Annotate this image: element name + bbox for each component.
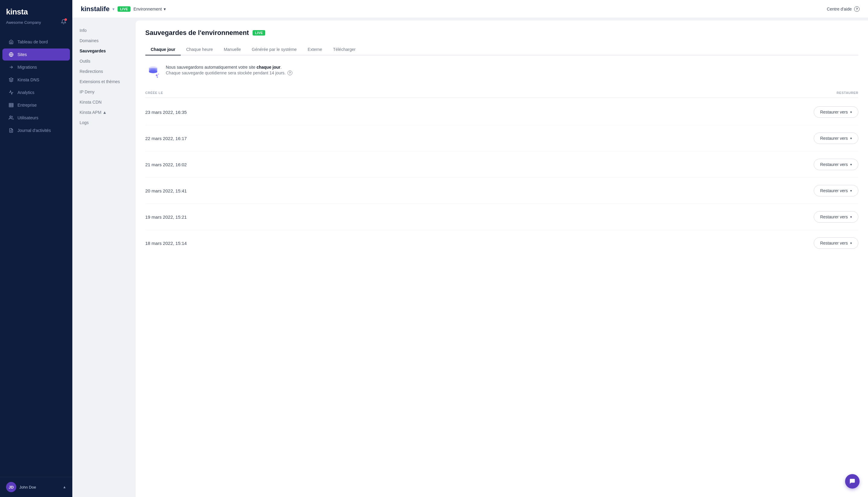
restore-chevron-icon: ▾	[850, 215, 852, 219]
sidebar-item-label: Tableau de bord	[17, 40, 47, 44]
tab-manuelle[interactable]: Manuelle	[218, 44, 246, 55]
restore-chevron-icon: ▾	[850, 137, 852, 140]
svg-point-14	[156, 74, 158, 76]
sidebar-item-utilisateurs[interactable]: Utilisateurs	[2, 112, 70, 124]
info-text-wrapper: Nous sauvegardons automatiquement votre …	[166, 64, 292, 75]
sidebar-item-tableau-de-bord[interactable]: Tableau de bord	[2, 36, 70, 48]
user-profile[interactable]: JD John Doe	[6, 482, 36, 492]
backup-date: 23 mars 2022, 16:35	[145, 110, 187, 115]
page-content: Sauvegardes de l'environnement LIVE Chaq…	[136, 20, 868, 497]
tab-generee[interactable]: Générée par le système	[246, 44, 302, 55]
tab-chaque-jour[interactable]: Chaque jour	[145, 44, 181, 55]
notifications-bell[interactable]	[61, 19, 66, 26]
restore-button-3[interactable]: Restaurer vers ▾	[814, 185, 858, 196]
topbar-left: kinstalife ▾ LIVE Environnement ▾	[81, 5, 166, 13]
sidebar-header: kinsta Awesome Company	[0, 0, 72, 30]
sidebar-item-label: Migrations	[17, 65, 37, 70]
building-icon	[9, 102, 14, 108]
page-live-badge: LIVE	[253, 30, 265, 36]
sub-nav-domaines[interactable]: Domaines	[72, 36, 136, 46]
sidebar-nav: Tableau de bord Sites Migrations	[0, 30, 72, 477]
environment-label: Environnement	[134, 6, 162, 12]
help-label: Centre d'aide	[827, 6, 852, 12]
table-header: CRÉÉE LE RESTAURER	[145, 88, 858, 98]
sidebar-footer: JD John Doe ▲	[0, 477, 72, 497]
users-icon	[9, 115, 14, 120]
page-header: Sauvegardes de l'environnement LIVE	[145, 29, 858, 37]
env-chevron-icon: ▾	[164, 6, 166, 12]
restore-chevron-icon: ▾	[850, 163, 852, 167]
restore-chevron-icon: ▾	[850, 241, 852, 245]
restore-chevron-icon: ▾	[850, 110, 852, 114]
tab-externe[interactable]: Externe	[302, 44, 327, 55]
table-row: 21 mars 2022, 16:02 Restaurer vers ▾	[145, 152, 858, 178]
svg-point-13	[149, 70, 157, 73]
content-area: Info Domaines Sauvegardes Outils Redirec…	[72, 18, 868, 497]
sidebar: kinsta Awesome Company Tableau de bord	[0, 0, 72, 497]
restore-button-2[interactable]: Restaurer vers ▾	[814, 159, 858, 170]
help-circle-icon: ?	[854, 6, 859, 12]
home-icon	[9, 39, 14, 45]
sidebar-item-label: Entreprise	[17, 103, 37, 108]
backup-database-icon	[145, 64, 161, 80]
th-date: CRÉÉE LE	[145, 91, 163, 95]
sidebar-item-sites[interactable]: Sites	[2, 48, 70, 60]
site-name: kinstalife	[81, 5, 109, 13]
backup-date: 20 mars 2022, 15:41	[145, 188, 187, 194]
table-row: 22 mars 2022, 16:17 Restaurer vers ▾	[145, 125, 858, 152]
sub-nav-info[interactable]: Info	[72, 25, 136, 36]
sidebar-item-kinsta-dns[interactable]: Kinsta DNS	[2, 74, 70, 86]
sidebar-item-analytics[interactable]: Analytics	[2, 86, 70, 99]
svg-point-15	[158, 73, 159, 75]
info-sub-text: Chaque sauvegarde quotidienne sera stock…	[166, 70, 292, 75]
main-content: kinstalife ▾ LIVE Environnement ▾ Centre…	[72, 0, 868, 497]
logo: kinsta	[6, 7, 66, 17]
svg-point-4	[10, 116, 11, 117]
th-restore: RESTAURER	[837, 91, 858, 95]
table-row: 19 mars 2022, 15:21 Restaurer vers ▾	[145, 204, 858, 230]
svg-point-16	[157, 76, 158, 78]
sub-nav-logs[interactable]: Logs	[72, 117, 136, 128]
sub-nav-outils[interactable]: Outils	[72, 56, 136, 66]
restore-button-0[interactable]: Restaurer vers ▾	[814, 106, 858, 118]
sub-nav-ip-deny[interactable]: IP Deny	[72, 87, 136, 97]
tab-telecharger[interactable]: Télécharger	[327, 44, 361, 55]
avatar: JD	[6, 482, 16, 492]
restore-button-4[interactable]: Restaurer vers ▾	[814, 211, 858, 223]
chat-icon	[849, 478, 856, 485]
table-row: 23 mars 2022, 16:35 Restaurer vers ▾	[145, 99, 858, 125]
sub-nav-sauvegardes[interactable]: Sauvegardes	[72, 46, 136, 56]
topbar: kinstalife ▾ LIVE Environnement ▾ Centre…	[72, 0, 868, 18]
sidebar-item-migrations[interactable]: Migrations	[2, 61, 70, 73]
info-help-icon[interactable]: ?	[288, 70, 292, 75]
backup-icon-wrapper	[145, 64, 161, 80]
backup-date: 22 mars 2022, 16:17	[145, 136, 187, 141]
site-chevron-icon[interactable]: ▾	[112, 6, 114, 12]
sidebar-item-label: Analytics	[17, 90, 34, 95]
user-name: John Doe	[19, 485, 36, 489]
sub-nav-kinsta-cdn[interactable]: Kinsta CDN	[72, 97, 136, 107]
sub-nav-kinsta-apm[interactable]: Kinsta APM ▲	[72, 107, 136, 117]
migrations-icon	[9, 65, 14, 70]
backup-date: 19 mars 2022, 15:21	[145, 214, 187, 219]
sidebar-item-label: Utilisateurs	[17, 115, 38, 120]
table-row: 18 mars 2022, 15:14 Restaurer vers ▾	[145, 230, 858, 256]
sidebar-item-entreprise[interactable]: Entreprise	[2, 99, 70, 111]
table-row: 20 mars 2022, 15:41 Restaurer vers ▾	[145, 178, 858, 204]
help-center[interactable]: Centre d'aide ?	[827, 6, 859, 12]
restore-button-1[interactable]: Restaurer vers ▾	[814, 132, 858, 144]
page-title: Sauvegardes de l'environnement	[145, 29, 249, 37]
sidebar-item-label: Journal d'activités	[17, 128, 51, 133]
svg-rect-3	[9, 103, 13, 107]
dns-icon	[9, 77, 14, 83]
sub-nav-redirections[interactable]: Redirections	[72, 66, 136, 76]
sidebar-item-journal[interactable]: Journal d'activités	[2, 124, 70, 137]
chart-icon	[9, 90, 14, 95]
chat-button[interactable]	[845, 474, 859, 488]
tab-chaque-heure[interactable]: Chaque heure	[181, 44, 219, 55]
backup-date: 21 mars 2022, 16:02	[145, 162, 187, 167]
environment-selector[interactable]: Environnement ▾	[134, 6, 166, 12]
sub-nav-extensions[interactable]: Extensions et thèmes	[72, 76, 136, 87]
restore-chevron-icon: ▾	[850, 189, 852, 193]
restore-button-5[interactable]: Restaurer vers ▾	[814, 237, 858, 249]
